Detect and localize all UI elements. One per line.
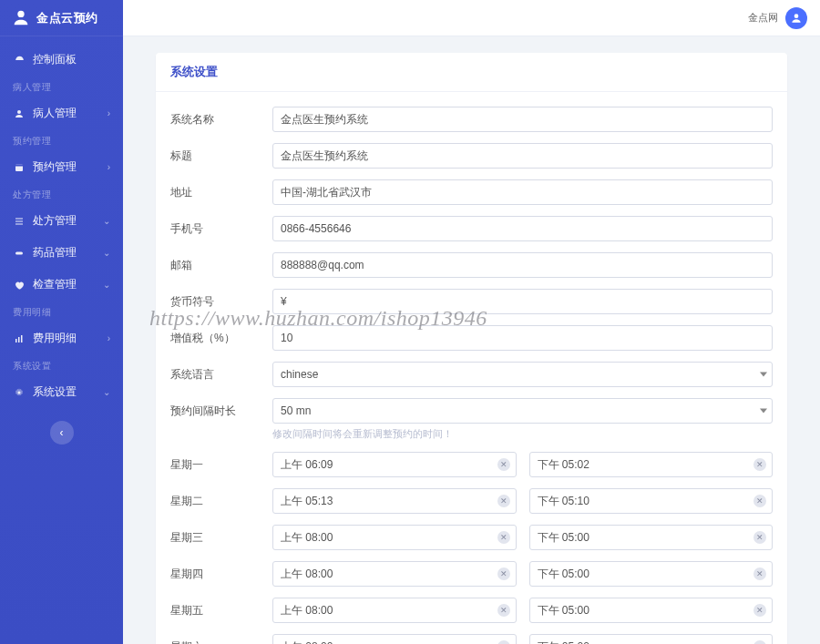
sidebar-item-drug-manage[interactable]: 药品管理 ⌄ — [0, 237, 123, 269]
menu-group-header: 病人管理 — [0, 76, 123, 97]
chevron-left-icon: ‹ — [60, 426, 64, 439]
sat-pm-input[interactable]: 下午 05:00✕ — [529, 634, 774, 644]
sidebar-item-label: 药品管理 — [33, 245, 77, 261]
vat-input[interactable] — [272, 325, 773, 351]
tue-am-input[interactable]: 上午 05:13✕ — [272, 488, 517, 514]
svg-rect-1 — [18, 57, 19, 60]
svg-point-13 — [794, 14, 799, 18]
label-wed: 星期三 — [170, 525, 272, 546]
menu-group-header: 预约管理 — [0, 129, 123, 151]
label-address: 地址 — [170, 179, 272, 200]
sidebar-item-label: 病人管理 — [33, 106, 77, 121]
thu-am-input[interactable]: 上午 08:00✕ — [272, 561, 517, 587]
chevron-down-icon: ⌄ — [103, 216, 110, 226]
svg-point-2 — [17, 110, 21, 114]
svg-point-0 — [17, 10, 24, 16]
address-input[interactable] — [272, 179, 773, 205]
brand-icon — [11, 8, 31, 28]
language-select[interactable] — [272, 362, 773, 387]
clear-icon[interactable]: ✕ — [753, 567, 766, 580]
thu-pm-input[interactable]: 下午 05:00✕ — [529, 561, 774, 587]
label-phone: 手机号 — [170, 216, 272, 237]
svg-rect-4 — [15, 164, 23, 166]
menu-group-header: 费用明细 — [0, 301, 123, 322]
label-tue: 星期二 — [170, 488, 272, 509]
list-icon — [13, 215, 26, 228]
clear-icon[interactable]: ✕ — [497, 458, 510, 471]
chevron-down-icon: ⌄ — [103, 248, 110, 258]
user-label: 金点网 — [748, 11, 778, 25]
menu: 控制面板 病人管理 病人管理 › 预约管理 预约管理 › 处方管理 处 — [0, 36, 123, 408]
svg-rect-5 — [15, 218, 23, 219]
wed-am-input[interactable]: 上午 08:00✕ — [272, 525, 517, 550]
label-fri: 星期五 — [170, 598, 272, 618]
wed-pm-input[interactable]: 下午 05:00✕ — [529, 525, 774, 550]
clear-icon[interactable]: ✕ — [753, 458, 766, 471]
clear-icon[interactable]: ✕ — [497, 495, 510, 507]
menu-group-header: 处方管理 — [0, 183, 123, 205]
sat-am-input[interactable]: 上午 08:00✕ — [272, 634, 517, 644]
sidebar-item-label: 检查管理 — [33, 277, 77, 292]
sidebar-item-prescription-manage[interactable]: 处方管理 ⌄ — [0, 205, 123, 237]
label-interval: 预约间隔时长 — [170, 398, 272, 419]
main-content: 系统设置 系统名称 标题 地址 手机号 邮箱 — [123, 36, 820, 644]
tue-pm-input[interactable]: 下午 05:10✕ — [529, 488, 774, 514]
chevron-down-icon: ⌄ — [103, 280, 110, 290]
svg-rect-10 — [18, 337, 20, 342]
sidebar-item-label: 系统设置 — [33, 384, 77, 400]
sidebar-item-label: 处方管理 — [33, 213, 77, 229]
label-thu: 星期四 — [170, 561, 272, 582]
clear-icon[interactable]: ✕ — [497, 567, 510, 580]
label-email: 邮箱 — [170, 252, 272, 273]
sidebar: 金点云预约 控制面板 病人管理 病人管理 › 预约管理 预约管理 — [0, 0, 123, 644]
label-vat: 增值税（%） — [170, 325, 272, 346]
sidebar-item-label: 控制面板 — [33, 52, 77, 67]
sidebar-item-appointment-manage[interactable]: 预约管理 › — [0, 151, 123, 183]
calendar-icon — [13, 161, 26, 174]
collapse-sidebar-button[interactable]: ‹ — [50, 421, 74, 445]
chevron-right-icon: › — [108, 108, 110, 118]
sidebar-item-fee-detail[interactable]: 费用明细 › — [0, 322, 123, 354]
topbar: 金点网 — [123, 0, 820, 36]
interval-select[interactable] — [272, 398, 773, 424]
label-system-name: 系统名称 — [170, 107, 272, 128]
label-title: 标题 — [170, 143, 272, 164]
sidebar-item-control-panel[interactable]: 控制面板 — [0, 44, 123, 76]
email-input[interactable] — [272, 252, 773, 278]
settings-card: 系统设置 系统名称 标题 地址 手机号 邮箱 — [156, 53, 787, 644]
heart-icon — [13, 279, 26, 291]
svg-rect-8 — [15, 251, 23, 254]
clear-icon[interactable]: ✕ — [753, 640, 766, 644]
sidebar-item-system-settings[interactable]: 系统设置 ⌄ — [0, 376, 123, 408]
mon-pm-input[interactable]: 下午 05:02✕ — [529, 452, 774, 477]
clear-icon[interactable]: ✕ — [497, 640, 510, 644]
user-icon — [790, 12, 803, 25]
gear-icon — [13, 386, 26, 399]
menu-group-header: 系统设置 — [0, 354, 123, 376]
interval-hint: 修改间隔时间将会重新调整预约的时间！ — [272, 427, 773, 441]
mon-am-input[interactable]: 上午 06:09✕ — [272, 452, 517, 477]
fri-am-input[interactable]: 上午 08:00✕ — [272, 598, 517, 623]
svg-rect-6 — [15, 220, 23, 221]
chevron-down-icon: ⌄ — [103, 387, 110, 397]
currency-input[interactable] — [272, 289, 773, 314]
system-name-input[interactable] — [272, 107, 773, 132]
bar-icon — [13, 332, 26, 345]
pill-icon — [13, 247, 26, 260]
svg-rect-7 — [15, 223, 23, 224]
clear-icon[interactable]: ✕ — [753, 531, 766, 544]
phone-input[interactable] — [272, 216, 773, 241]
sidebar-item-patient-manage[interactable]: 病人管理 › — [0, 97, 123, 129]
title-input[interactable] — [272, 143, 773, 169]
clear-icon[interactable]: ✕ — [497, 531, 510, 544]
clear-icon[interactable]: ✕ — [753, 604, 766, 617]
clear-icon[interactable]: ✕ — [753, 495, 766, 507]
card-title: 系统设置 — [156, 53, 787, 92]
user-icon — [13, 107, 26, 120]
fri-pm-input[interactable]: 下午 05:00✕ — [529, 598, 774, 623]
avatar[interactable] — [785, 7, 807, 29]
sidebar-item-check-manage[interactable]: 检查管理 ⌄ — [0, 269, 123, 301]
brand: 金点云预约 — [0, 0, 123, 36]
svg-rect-9 — [15, 339, 17, 342]
clear-icon[interactable]: ✕ — [497, 604, 510, 617]
